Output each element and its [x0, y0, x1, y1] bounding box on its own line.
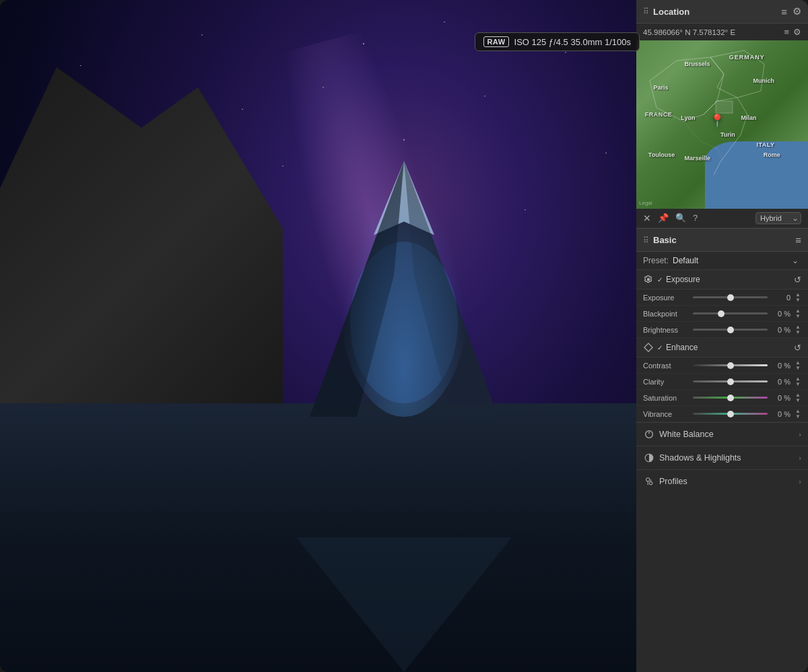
stepper-down-vibrance[interactable]: ▼: [795, 414, 801, 419]
map-search-icon[interactable]: 🔍: [675, 213, 686, 224]
label-brussels: Brussels: [684, 61, 710, 67]
slider-row-contrast: Contrast 0 % ▲ ▼: [636, 358, 808, 374]
mountain-glow: [339, 181, 469, 416]
slider-label-clarity: Clarity: [643, 378, 689, 386]
profiles-section[interactable]: Profiles ›: [636, 469, 808, 493]
stepper-up-exposure[interactable]: ▲: [795, 292, 801, 297]
label-milan: Milan: [741, 114, 757, 121]
map-help-icon[interactable]: ?: [693, 213, 698, 224]
slider-track-saturation[interactable]: [693, 393, 768, 403]
list-view-icon[interactable]: ≡: [784, 27, 789, 37]
white-balance-section[interactable]: White Balance ›: [636, 422, 808, 446]
slider-label-saturation: Saturation: [643, 394, 689, 402]
settings-icon[interactable]: ⚙: [793, 5, 801, 18]
slider-label-exposure: Exposure: [643, 294, 689, 302]
slider-track-exposure[interactable]: [693, 293, 768, 302]
exposure-title-row: ✓ Exposure: [643, 274, 700, 285]
stepper-up-vibrance[interactable]: ▲: [795, 409, 801, 413]
slider-row-brightness: Brightness 0 % ▲ ▼: [636, 322, 808, 338]
stepper-vibrance[interactable]: ▲ ▼: [795, 409, 801, 419]
white-balance-title: White Balance: [659, 430, 795, 439]
stepper-down-clarity[interactable]: ▼: [795, 382, 801, 387]
basic-actions[interactable]: ≡: [795, 234, 801, 246]
enhance-subsection-header: ✓ Enhance ↺: [636, 338, 808, 358]
label-paris: Paris: [654, 84, 669, 91]
basic-menu-icon[interactable]: ≡: [795, 234, 801, 246]
stepper-saturation[interactable]: ▲ ▼: [795, 393, 801, 403]
list-icon[interactable]: ≡: [781, 6, 787, 18]
exposure-subsection-header: ✓ Exposure ↺: [636, 270, 808, 290]
coords-row: 45.986066° N 7.578132° E ≡ ⚙: [636, 24, 808, 40]
stepper-up-blackpoint[interactable]: ▲: [795, 308, 801, 313]
basic-title: Basic: [653, 235, 677, 245]
slider-track-brightness[interactable]: [693, 325, 768, 335]
stepper-down-exposure[interactable]: ▼: [795, 298, 801, 302]
stepper-down-brightness[interactable]: ▼: [795, 330, 801, 335]
slider-row-clarity: Clarity 0 % ▲ ▼: [636, 374, 808, 390]
white-balance-arrow: ›: [799, 430, 801, 438]
stepper-clarity[interactable]: ▲ ▼: [795, 376, 801, 387]
map-control-icons: ✕ 📌 🔍 ?: [643, 213, 698, 224]
sh-icon: [643, 452, 655, 464]
map-area[interactable]: Brussels GERMANY Paris Munich FRANCE Lyo…: [636, 40, 808, 209]
slider-value-contrast: 0 %: [772, 362, 790, 370]
map-pin-icon[interactable]: 📌: [658, 213, 669, 224]
drag-handle-location[interactable]: ⠿: [643, 7, 649, 16]
preset-select[interactable]: Default Vivid Muted: [673, 256, 801, 265]
stepper-down-contrast[interactable]: ▼: [795, 366, 801, 370]
stepper-blackpoint[interactable]: ▲ ▼: [795, 308, 801, 318]
stepper-brightness[interactable]: ▲ ▼: [795, 325, 801, 335]
slider-track-contrast[interactable]: [693, 361, 768, 370]
map-close-icon[interactable]: ✕: [643, 213, 651, 224]
exposure-title: Exposure: [666, 275, 700, 284]
map-type-wrapper[interactable]: Hybrid Satellite Street Terrain: [755, 212, 801, 224]
enhance-title-row: ✓ Enhance: [643, 342, 698, 353]
raw-label: RAW: [483, 36, 508, 47]
stepper-down-blackpoint[interactable]: ▼: [795, 314, 801, 318]
mountain-reflection: [296, 537, 512, 672]
settings-gear-icon[interactable]: ⚙: [793, 27, 801, 37]
map-type-select[interactable]: Hybrid Satellite Street Terrain: [755, 212, 801, 224]
slider-row-vibrance: Vibrance 0 % ▲ ▼: [636, 406, 808, 422]
slider-track-blackpoint[interactable]: [693, 309, 768, 318]
location-title: Location: [653, 7, 689, 17]
svg-marker-7: [644, 343, 652, 351]
drag-handle-basic[interactable]: ⠿: [643, 236, 649, 245]
stepper-up-saturation[interactable]: ▲: [795, 393, 801, 397]
svg-point-10: [646, 478, 650, 481]
label-rome: Rome: [764, 152, 780, 158]
stepper-down-saturation[interactable]: ▼: [795, 398, 801, 403]
stepper-up-brightness[interactable]: ▲: [795, 325, 801, 329]
label-toulouse: Toulouse: [648, 152, 675, 158]
shadows-highlights-title: Shadows & Highlights: [659, 453, 795, 463]
slider-label-blackpoint: Blackpoint: [643, 310, 689, 318]
basic-section-header: ⠿ Basic ≡: [636, 228, 808, 252]
stepper-up-clarity[interactable]: ▲: [795, 376, 801, 381]
exposure-gear-icon[interactable]: [643, 274, 654, 285]
label-germany: GERMANY: [729, 54, 765, 61]
slider-label-brightness: Brightness: [643, 326, 689, 334]
map-legal: Legal: [639, 200, 652, 206]
meta-badge: RAW ISO 125 ƒ/4.5 35.0mm 1/100s: [475, 32, 640, 51]
location-actions[interactable]: ≡ ⚙: [781, 5, 801, 18]
right-panel: ⠿ Location ≡ ⚙ 45.986066° N 7.578132° E …: [636, 0, 808, 672]
shadows-highlights-section[interactable]: Shadows & Highlights ›: [636, 446, 808, 469]
slider-label-contrast: Contrast: [643, 362, 689, 370]
stepper-contrast[interactable]: ▲ ▼: [795, 360, 801, 370]
exposure-reset[interactable]: ↺: [794, 275, 801, 285]
panel-scroll[interactable]: ⠿ Basic ≡ Preset: Default Vivid Muted: [636, 228, 808, 672]
stepper-exposure[interactable]: ▲ ▼: [795, 292, 801, 302]
enhance-reset[interactable]: ↺: [794, 343, 801, 353]
svg-point-6: [647, 278, 650, 281]
profiles-title: Profiles: [659, 477, 795, 486]
slider-track-vibrance[interactable]: [693, 409, 768, 419]
location-pin: 📍: [710, 113, 725, 128]
slider-track-clarity[interactable]: [693, 377, 768, 387]
enhance-diamond-icon[interactable]: [643, 342, 654, 353]
location-title-row: ⠿ Location: [643, 7, 689, 17]
preset-select-wrapper[interactable]: Default Vivid Muted: [673, 256, 801, 265]
enhance-check: ✓: [657, 344, 663, 351]
stepper-up-contrast[interactable]: ▲: [795, 360, 801, 365]
preset-row: Preset: Default Vivid Muted: [636, 252, 808, 270]
svg-rect-5: [716, 101, 733, 113]
